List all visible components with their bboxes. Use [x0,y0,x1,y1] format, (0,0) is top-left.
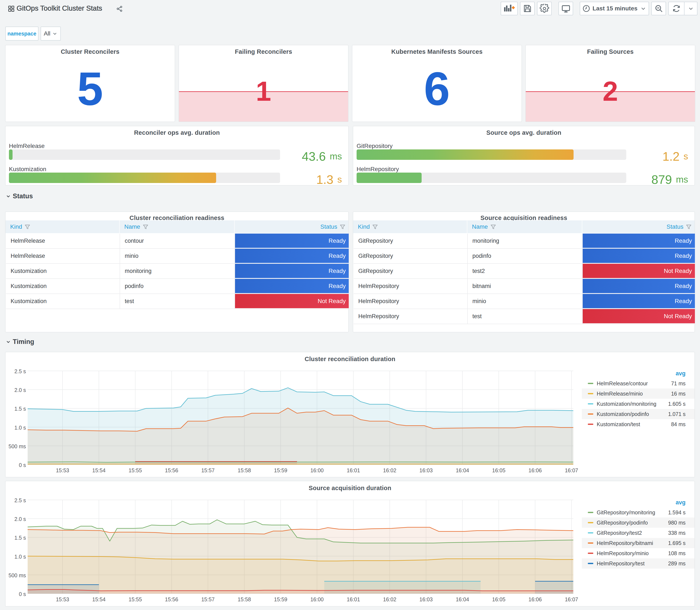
svg-text:16:05: 16:05 [492,467,506,473]
svg-text:1.0 s: 1.0 s [14,554,26,560]
svg-text:16:03: 16:03 [420,467,433,473]
svg-text:16:04: 16:04 [456,467,469,473]
svg-text:1.5 s: 1.5 s [14,406,26,412]
svg-text:15:59: 15:59 [274,596,287,603]
svg-text:15:54: 15:54 [92,467,105,473]
svg-text:0 s: 0 s [19,462,26,468]
svg-text:16:05: 16:05 [492,596,506,603]
svg-text:16:01: 16:01 [347,467,360,473]
svg-text:15:57: 15:57 [201,467,215,473]
svg-text:16:00: 16:00 [310,467,324,473]
svg-text:15:59: 15:59 [274,467,287,473]
svg-text:16:07: 16:07 [565,467,578,473]
svg-text:15:56: 15:56 [165,467,178,473]
svg-text:2.5 s: 2.5 s [14,497,26,503]
svg-text:16:02: 16:02 [383,467,396,473]
svg-text:16:07: 16:07 [565,596,578,603]
svg-text:1.0 s: 1.0 s [14,425,26,431]
svg-text:16:06: 16:06 [528,467,542,473]
svg-text:2.0 s: 2.0 s [14,516,26,522]
svg-text:16:03: 16:03 [420,596,433,603]
svg-text:16:04: 16:04 [456,596,469,603]
svg-text:15:57: 15:57 [201,596,215,603]
svg-text:1.5 s: 1.5 s [14,535,26,541]
svg-text:15:56: 15:56 [165,596,178,603]
svg-text:15:58: 15:58 [238,467,251,473]
svg-text:500 ms: 500 ms [9,572,26,578]
svg-text:500 ms: 500 ms [9,443,26,449]
svg-text:15:53: 15:53 [56,596,69,603]
svg-text:15:55: 15:55 [129,596,142,603]
svg-text:15:55: 15:55 [129,467,142,473]
svg-text:15:58: 15:58 [238,596,251,603]
svg-text:2.0 s: 2.0 s [14,387,26,393]
svg-text:16:00: 16:00 [310,596,324,603]
svg-text:2.5 s: 2.5 s [14,368,26,374]
svg-text:16:02: 16:02 [383,596,396,603]
svg-text:15:54: 15:54 [92,596,105,603]
svg-text:15:53: 15:53 [56,467,69,473]
svg-text:0 s: 0 s [19,591,26,597]
svg-text:16:06: 16:06 [528,596,542,603]
svg-text:16:01: 16:01 [347,596,360,603]
